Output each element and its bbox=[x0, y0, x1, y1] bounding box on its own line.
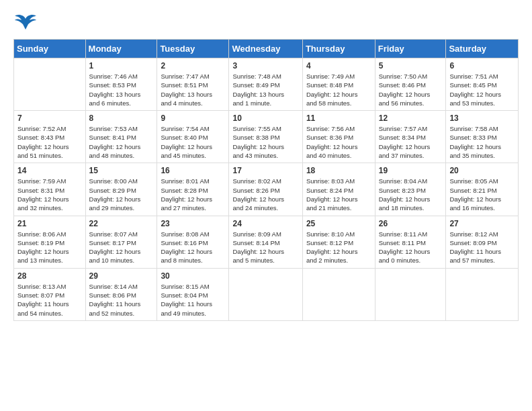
calendar-cell: 19Sunrise: 8:04 AM Sunset: 8:23 PM Dayli… bbox=[375, 163, 446, 216]
day-number: 2 bbox=[161, 61, 225, 71]
day-info: Sunrise: 7:48 AM Sunset: 8:49 PM Dayligh… bbox=[232, 72, 298, 107]
day-info: Sunrise: 8:03 AM Sunset: 8:24 PM Dayligh… bbox=[306, 177, 371, 212]
day-info: Sunrise: 7:55 AM Sunset: 8:38 PM Dayligh… bbox=[232, 124, 298, 160]
calendar-header-row: SundayMondayTuesdayWednesdayThursdayFrid… bbox=[14, 40, 519, 58]
day-number: 21 bbox=[17, 219, 82, 228]
day-info: Sunrise: 7:53 AM Sunset: 8:41 PM Dayligh… bbox=[89, 124, 154, 160]
calendar-table: SundayMondayTuesdayWednesdayThursdayFrid… bbox=[13, 39, 519, 321]
day-info: Sunrise: 7:59 AM Sunset: 8:31 PM Dayligh… bbox=[17, 177, 82, 212]
day-info: Sunrise: 8:12 AM Sunset: 8:09 PM Dayligh… bbox=[449, 230, 515, 265]
day-info: Sunrise: 8:08 AM Sunset: 8:16 PM Dayligh… bbox=[161, 230, 225, 265]
day-info: Sunrise: 8:05 AM Sunset: 8:21 PM Dayligh… bbox=[449, 177, 515, 212]
day-number: 10 bbox=[232, 113, 298, 123]
weekday-header: Friday bbox=[375, 40, 446, 58]
day-info: Sunrise: 7:47 AM Sunset: 8:51 PM Dayligh… bbox=[161, 72, 225, 107]
day-number: 13 bbox=[449, 113, 515, 123]
calendar-cell: 5Sunrise: 7:50 AM Sunset: 8:46 PM Daylig… bbox=[375, 58, 446, 111]
day-info: Sunrise: 8:15 AM Sunset: 8:04 PM Dayligh… bbox=[161, 282, 225, 318]
day-number: 1 bbox=[89, 61, 154, 71]
calendar-cell: 22Sunrise: 8:07 AM Sunset: 8:17 PM Dayli… bbox=[85, 216, 157, 268]
calendar-week-row: 28Sunrise: 8:13 AM Sunset: 8:07 PM Dayli… bbox=[14, 268, 519, 320]
calendar-cell: 13Sunrise: 7:58 AM Sunset: 8:33 PM Dayli… bbox=[446, 111, 519, 163]
weekday-header: Wednesday bbox=[229, 40, 302, 58]
day-number: 16 bbox=[161, 166, 225, 175]
day-number: 4 bbox=[306, 61, 371, 71]
day-number: 23 bbox=[161, 219, 225, 228]
weekday-header: Tuesday bbox=[157, 40, 229, 58]
calendar-cell: 21Sunrise: 8:06 AM Sunset: 8:19 PM Dayli… bbox=[14, 216, 86, 268]
weekday-header: Sunday bbox=[14, 40, 86, 58]
calendar-cell: 29Sunrise: 8:14 AM Sunset: 8:06 PM Dayli… bbox=[85, 268, 157, 320]
calendar-cell: 25Sunrise: 8:10 AM Sunset: 8:12 PM Dayli… bbox=[302, 216, 375, 268]
day-number: 11 bbox=[306, 113, 371, 123]
day-info: Sunrise: 8:14 AM Sunset: 8:06 PM Dayligh… bbox=[89, 282, 154, 318]
weekday-header: Thursday bbox=[302, 40, 375, 58]
day-info: Sunrise: 7:57 AM Sunset: 8:34 PM Dayligh… bbox=[379, 124, 443, 160]
calendar-cell: 12Sunrise: 7:57 AM Sunset: 8:34 PM Dayli… bbox=[375, 111, 446, 163]
calendar-cell: 17Sunrise: 8:02 AM Sunset: 8:26 PM Dayli… bbox=[229, 163, 302, 216]
calendar-cell bbox=[302, 268, 375, 320]
day-number: 28 bbox=[17, 271, 82, 281]
calendar-week-row: 1Sunrise: 7:46 AM Sunset: 8:53 PM Daylig… bbox=[14, 58, 519, 111]
day-number: 29 bbox=[89, 271, 154, 281]
day-number: 7 bbox=[17, 113, 82, 123]
day-number: 5 bbox=[379, 61, 443, 71]
day-number: 20 bbox=[449, 166, 515, 175]
day-info: Sunrise: 8:07 AM Sunset: 8:17 PM Dayligh… bbox=[89, 230, 154, 265]
calendar-cell: 24Sunrise: 8:09 AM Sunset: 8:14 PM Dayli… bbox=[229, 216, 302, 268]
calendar-cell: 11Sunrise: 7:56 AM Sunset: 8:36 PM Dayli… bbox=[302, 111, 375, 163]
calendar-cell bbox=[446, 268, 519, 320]
calendar-week-row: 7Sunrise: 7:52 AM Sunset: 8:43 PM Daylig… bbox=[14, 111, 519, 163]
day-number: 14 bbox=[17, 166, 82, 175]
calendar-cell bbox=[14, 58, 86, 111]
calendar-cell: 16Sunrise: 8:01 AM Sunset: 8:28 PM Dayli… bbox=[157, 163, 229, 216]
calendar-cell: 4Sunrise: 7:49 AM Sunset: 8:48 PM Daylig… bbox=[302, 58, 375, 111]
day-number: 12 bbox=[379, 113, 443, 123]
calendar-cell: 23Sunrise: 8:08 AM Sunset: 8:16 PM Dayli… bbox=[157, 216, 229, 268]
day-number: 19 bbox=[379, 166, 443, 175]
calendar-cell: 3Sunrise: 7:48 AM Sunset: 8:49 PM Daylig… bbox=[229, 58, 302, 111]
day-number: 18 bbox=[306, 166, 371, 175]
day-number: 8 bbox=[89, 113, 154, 123]
weekday-header: Saturday bbox=[446, 40, 519, 58]
calendar-cell bbox=[229, 268, 302, 320]
day-info: Sunrise: 8:01 AM Sunset: 8:28 PM Dayligh… bbox=[161, 177, 225, 212]
calendar-week-row: 21Sunrise: 8:06 AM Sunset: 8:19 PM Dayli… bbox=[14, 216, 519, 268]
calendar-cell: 1Sunrise: 7:46 AM Sunset: 8:53 PM Daylig… bbox=[85, 58, 157, 111]
calendar-cell: 14Sunrise: 7:59 AM Sunset: 8:31 PM Dayli… bbox=[14, 163, 86, 216]
weekday-header: Monday bbox=[85, 40, 157, 58]
day-number: 24 bbox=[232, 219, 298, 228]
day-info: Sunrise: 7:49 AM Sunset: 8:48 PM Dayligh… bbox=[306, 72, 371, 107]
calendar-week-row: 14Sunrise: 7:59 AM Sunset: 8:31 PM Dayli… bbox=[14, 163, 519, 216]
calendar-cell: 8Sunrise: 7:53 AM Sunset: 8:41 PM Daylig… bbox=[85, 111, 157, 163]
day-info: Sunrise: 7:50 AM Sunset: 8:46 PM Dayligh… bbox=[379, 72, 443, 107]
day-info: Sunrise: 8:09 AM Sunset: 8:14 PM Dayligh… bbox=[232, 230, 298, 265]
day-info: Sunrise: 7:54 AM Sunset: 8:40 PM Dayligh… bbox=[161, 124, 225, 160]
day-info: Sunrise: 8:13 AM Sunset: 8:07 PM Dayligh… bbox=[17, 282, 82, 318]
day-number: 3 bbox=[232, 61, 298, 71]
calendar-cell: 20Sunrise: 8:05 AM Sunset: 8:21 PM Dayli… bbox=[446, 163, 519, 216]
day-number: 6 bbox=[449, 61, 515, 71]
calendar-cell: 7Sunrise: 7:52 AM Sunset: 8:43 PM Daylig… bbox=[14, 111, 86, 163]
calendar-cell: 27Sunrise: 8:12 AM Sunset: 8:09 PM Dayli… bbox=[446, 216, 519, 268]
calendar-cell: 15Sunrise: 8:00 AM Sunset: 8:29 PM Dayli… bbox=[85, 163, 157, 216]
logo bbox=[13, 13, 42, 34]
calendar-cell: 18Sunrise: 8:03 AM Sunset: 8:24 PM Dayli… bbox=[302, 163, 375, 216]
day-info: Sunrise: 8:04 AM Sunset: 8:23 PM Dayligh… bbox=[379, 177, 443, 212]
day-info: Sunrise: 8:06 AM Sunset: 8:19 PM Dayligh… bbox=[17, 230, 82, 265]
day-info: Sunrise: 8:00 AM Sunset: 8:29 PM Dayligh… bbox=[89, 177, 154, 212]
calendar-cell bbox=[375, 268, 446, 320]
day-info: Sunrise: 7:46 AM Sunset: 8:53 PM Dayligh… bbox=[89, 72, 154, 107]
day-info: Sunrise: 8:10 AM Sunset: 8:12 PM Dayligh… bbox=[306, 230, 371, 265]
day-number: 22 bbox=[89, 219, 154, 228]
day-info: Sunrise: 8:02 AM Sunset: 8:26 PM Dayligh… bbox=[232, 177, 298, 212]
calendar-cell: 2Sunrise: 7:47 AM Sunset: 8:51 PM Daylig… bbox=[157, 58, 229, 111]
day-number: 25 bbox=[306, 219, 371, 228]
calendar-cell: 9Sunrise: 7:54 AM Sunset: 8:40 PM Daylig… bbox=[157, 111, 229, 163]
day-info: Sunrise: 8:11 AM Sunset: 8:11 PM Dayligh… bbox=[379, 230, 443, 265]
calendar-cell: 28Sunrise: 8:13 AM Sunset: 8:07 PM Dayli… bbox=[14, 268, 86, 320]
calendar-cell: 26Sunrise: 8:11 AM Sunset: 8:11 PM Dayli… bbox=[375, 216, 446, 268]
day-number: 17 bbox=[232, 166, 298, 175]
day-number: 9 bbox=[161, 113, 225, 123]
bird-icon bbox=[13, 13, 38, 34]
